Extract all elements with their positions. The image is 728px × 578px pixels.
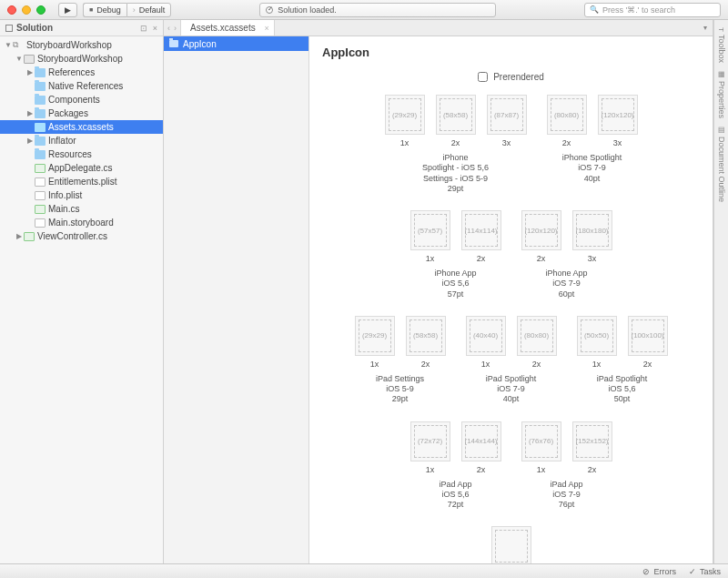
disclosure-icon[interactable]: ▶ — [25, 109, 35, 117]
tab-overflow-icon[interactable]: ▾ — [698, 20, 713, 35]
rail-label: Toolbox — [717, 35, 726, 63]
tree-label: Components — [48, 95, 100, 105]
config-selector[interactable]: ■Debug ›Default — [83, 3, 171, 17]
icon-scale-label: 1x — [400, 138, 410, 147]
proj-icon — [24, 55, 35, 64]
tree-label: Assets.xcassets — [48, 122, 114, 132]
asset-canvas[interactable]: AppIcon Prerendered (29x29)1x(58x58)2x(8… — [309, 36, 713, 563]
prerendered-checkbox[interactable] — [478, 72, 488, 82]
icon-well[interactable]: (100x100) — [628, 316, 668, 356]
icon-well[interactable]: (57x57) — [410, 210, 450, 250]
icon-size-label: (80x80) — [521, 319, 553, 352]
right-rail: TToolbox▦Properties▤Document Outline — [713, 20, 728, 563]
chevron-right-icon: › — [133, 5, 136, 15]
tree-item[interactable]: Resources — [0, 147, 163, 161]
icon-well[interactable]: (76x76) — [521, 421, 561, 461]
minimize-window-icon[interactable] — [22, 5, 31, 15]
asset-nav[interactable]: AppIcon — [164, 36, 309, 563]
tasks-button[interactable]: ✓ Tasks — [689, 567, 721, 576]
search-placeholder: Press '⌘.' to search — [602, 5, 675, 15]
stop-icon: ■ — [89, 6, 93, 13]
disclosure-icon[interactable]: ▶ — [25, 68, 35, 76]
icon-row: (72x72)1x(144x144)2xiPad App iOS 5,6 72p… — [322, 421, 700, 511]
icon-size-label: (144x144) — [465, 425, 498, 458]
icon-well[interactable]: (58x58) — [406, 316, 446, 356]
icon-well[interactable]: (120x120) — [598, 95, 638, 135]
errors-icon: ⊘ — [642, 567, 650, 576]
tree-label: Native References — [48, 81, 123, 91]
icon-group-label: iPad App iOS 7-9 76pt — [550, 480, 582, 511]
folder-icon — [35, 96, 46, 105]
disclosure-icon[interactable]: ▶ — [15, 232, 24, 240]
errors-button[interactable]: ⊘ Errors — [642, 567, 676, 576]
disclosure-icon[interactable]: ▶ — [25, 137, 35, 145]
panel-title: Solution — [16, 23, 53, 33]
rail-icon: ▤ — [717, 126, 725, 134]
tree-label: StoryboardWorkshop — [37, 54, 123, 64]
nav-back-icon[interactable]: ‹ — [167, 24, 170, 33]
icon-well[interactable]: (87x87) — [487, 95, 527, 135]
tab-assets[interactable]: Assets.xcassets × — [181, 20, 275, 35]
nav-fwd-icon[interactable]: › — [174, 24, 177, 33]
tree-item[interactable]: ▶ViewController.cs — [0, 229, 163, 243]
pin-icon[interactable]: ⊡ — [140, 24, 147, 33]
tree-item[interactable]: Info.plist — [0, 188, 163, 202]
disclosure-icon[interactable]: ▼ — [4, 41, 13, 49]
icon-well[interactable]: (58x58) — [436, 95, 476, 135]
tree-item[interactable]: ▼StoryboardWorkshop — [0, 38, 163, 52]
rail-tab[interactable]: TToolbox — [717, 24, 726, 66]
tree-item[interactable]: AppDelegate.cs — [0, 161, 163, 175]
icon-row — [322, 526, 700, 563]
prerendered-row: Prerendered — [322, 72, 700, 82]
rail-tab[interactable]: ▤Document Outline — [717, 122, 726, 206]
tree-item[interactable]: Main.cs — [0, 202, 163, 216]
tree-item[interactable]: ▼StoryboardWorkshop — [0, 52, 163, 66]
tree-item[interactable]: ▶Packages — [0, 106, 163, 120]
close-window-icon[interactable] — [7, 5, 16, 15]
icon-scale-label: 3x — [588, 254, 597, 263]
icon-group: (29x29)1x(58x58)2x(87x87)3xiPhone Spotli… — [383, 95, 529, 194]
icon-well[interactable] — [491, 526, 531, 563]
tree-item[interactable]: Components — [0, 93, 163, 106]
folder-icon — [169, 40, 178, 47]
icon-well[interactable]: (29x29) — [385, 95, 425, 135]
tree-item[interactable]: Assets.xcassets — [0, 120, 163, 134]
rail-icon: ▦ — [717, 70, 725, 78]
disclosure-icon[interactable]: ▼ — [15, 55, 24, 63]
icon-well[interactable]: (144x144) — [461, 421, 501, 461]
icon-size-label: (76x76) — [525, 425, 558, 458]
run-button[interactable]: ▶ — [58, 3, 77, 17]
icon-size-label: (80x80) — [551, 98, 583, 131]
icon-well[interactable]: (114x114) — [461, 210, 501, 250]
close-panel-icon[interactable]: × — [153, 24, 157, 33]
icon-scale-label: 2x — [477, 465, 486, 474]
icon-well[interactable]: (40x40) — [466, 316, 506, 356]
folder-icon — [35, 137, 46, 146]
solution-tree[interactable]: ▼StoryboardWorkshop▼StoryboardWorkshop▶R… — [0, 36, 163, 245]
tree-item[interactable]: ▶Inflator — [0, 134, 163, 147]
icon-well[interactable]: (72x72) — [410, 421, 450, 461]
icon-well[interactable]: (120x120) — [521, 210, 561, 250]
icon-well[interactable]: (80x80) — [517, 316, 557, 356]
icon-well[interactable]: (80x80) — [547, 95, 587, 135]
rail-tab[interactable]: ▦Properties — [717, 66, 726, 122]
icon-well[interactable]: (50x50) — [577, 316, 617, 356]
zoom-window-icon[interactable] — [36, 5, 46, 15]
icon-scale-label: 2x — [643, 360, 652, 369]
tree-label: Inflator — [48, 136, 76, 146]
rail-label: Properties — [717, 81, 726, 118]
tree-item[interactable]: Entitlements.plist — [0, 175, 163, 188]
icon-size-label: (152x152) — [576, 425, 609, 458]
config-debug: Debug — [96, 5, 121, 15]
tree-item[interactable]: ▶References — [0, 66, 163, 79]
search-input[interactable]: Press '⌘.' to search — [584, 3, 721, 17]
tree-item[interactable]: Native References — [0, 79, 163, 93]
asset-nav-appicon[interactable]: AppIcon — [164, 36, 308, 51]
icon-well[interactable]: (180x180) — [572, 210, 612, 250]
tab-label: Assets.xcassets — [190, 23, 256, 33]
icon-well[interactable]: (152x152) — [572, 421, 612, 461]
rail-icon: T — [717, 27, 725, 32]
tree-item[interactable]: Main.storyboard — [0, 216, 163, 229]
icon-well[interactable]: (29x29) — [355, 316, 395, 356]
tab-close-icon[interactable]: × — [264, 24, 268, 33]
